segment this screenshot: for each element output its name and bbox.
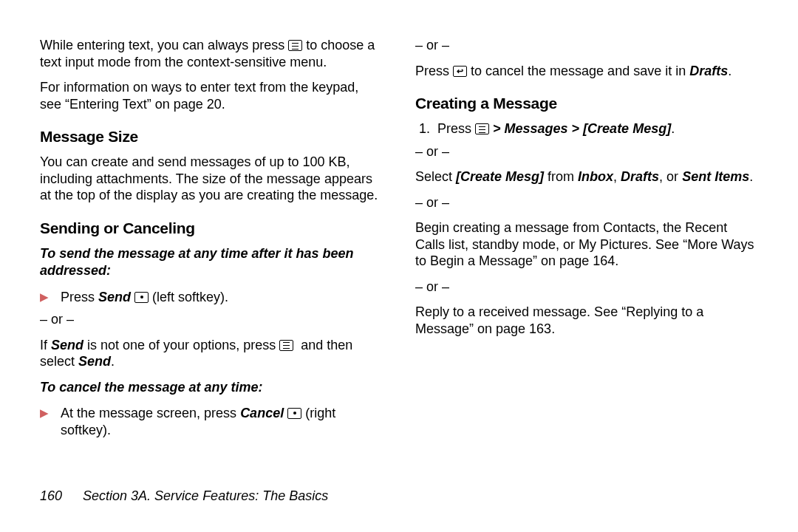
back-c: Drafts	[689, 64, 728, 78]
or-3: – or –	[415, 194, 758, 211]
menu-key-icon	[475, 123, 489, 134]
alt1e: ,	[613, 169, 621, 184]
alt-1: Select [Create Mesg] from Inbox, Drafts,…	[415, 168, 758, 185]
step1e: [Create Mesg]	[583, 121, 671, 136]
bullet-send-body: Press Send (left softkey).	[61, 289, 383, 306]
step-1: 1. Press > Messages > [Create Mesg].	[415, 120, 758, 137]
step-1-body: Press > Messages > [Create Mesg].	[437, 120, 758, 137]
send-a: Press	[61, 290, 98, 304]
step1a: Press	[437, 121, 475, 136]
section-label: Section 3A. Service Features: The Basics	[83, 488, 328, 503]
right-column: – or – Press to cancel the message and s…	[415, 37, 758, 444]
alt-2: Begin creating a message from Contacts, …	[415, 219, 758, 270]
back-a: Press	[415, 64, 453, 78]
softkey-dot-icon	[287, 408, 301, 419]
step1b: >	[489, 121, 505, 136]
heading-message-size: Message Size	[40, 127, 383, 146]
page: While entering text, you can always pres…	[0, 0, 798, 532]
send2c: is not one of your options, press	[83, 338, 279, 352]
send-alt: If Send is not one of your options, pres…	[40, 337, 383, 370]
intro-1: While entering text, you can always pres…	[40, 37, 383, 70]
step-number: 1.	[415, 120, 430, 137]
cancel-a: At the message screen, press	[61, 406, 240, 420]
or-1: – or –	[40, 311, 383, 328]
back-d: .	[728, 64, 732, 78]
heading-sending-canceling: Sending or Canceling	[40, 219, 383, 238]
alt1f: Drafts	[621, 169, 659, 184]
back-cancel: Press to cancel the message and save it …	[415, 63, 758, 80]
alt1h: Sent Items	[682, 169, 749, 184]
alt1d: Inbox	[578, 169, 613, 184]
or-4: – or –	[415, 279, 758, 296]
or-top: – or –	[415, 37, 758, 54]
left-column: While entering text, you can always pres…	[40, 37, 383, 444]
cancel-b: Cancel	[240, 406, 284, 420]
send2e: Send	[78, 354, 111, 369]
alt1c: from	[544, 169, 578, 184]
send-d: (left softkey).	[149, 290, 228, 304]
step1f: .	[671, 121, 675, 136]
bullet-marker-icon: ▶	[40, 405, 53, 421]
message-size-body: You can create and send messages of up t…	[40, 154, 383, 204]
bullet-cancel-body: At the message screen, press Cancel (rig…	[61, 405, 383, 438]
softkey-dot-icon	[134, 292, 149, 303]
heading-creating-message: Creating a Message	[415, 94, 758, 113]
step1c: Messages	[505, 121, 568, 136]
bullet-cancel: ▶ At the message screen, press Cancel (r…	[40, 405, 383, 438]
alt1a: Select	[415, 169, 456, 184]
intro-1a: While entering text, you can always pres…	[40, 38, 288, 52]
subhead-cancel: To cancel the message at any time:	[40, 379, 383, 396]
bullet-marker-icon: ▶	[40, 289, 53, 305]
send2b: Send	[51, 338, 83, 352]
alt1i: .	[749, 169, 753, 184]
page-footer: 160Section 3A. Service Features: The Bas…	[40, 488, 328, 504]
back-key-icon	[453, 66, 467, 77]
or-2: – or –	[415, 143, 758, 160]
back-b: to cancel the message and save it in	[467, 64, 689, 78]
alt1g: , or	[659, 169, 682, 184]
menu-key-icon	[279, 340, 293, 351]
send2a: If	[40, 338, 51, 352]
columns: While entering text, you can always pres…	[40, 37, 758, 444]
subhead-send: To send the message at any time after it…	[40, 245, 383, 280]
send-b: Send	[98, 290, 131, 304]
alt1b: [Create Mesg]	[456, 169, 544, 184]
send2f: .	[111, 354, 115, 369]
intro-2: For information on ways to enter text fr…	[40, 79, 383, 112]
alt-3: Reply to a received message. See “Replyi…	[415, 304, 758, 337]
bullet-send: ▶ Press Send (left softkey).	[40, 289, 383, 306]
page-number: 160	[40, 488, 62, 504]
step1d: >	[568, 121, 584, 136]
menu-key-icon	[288, 40, 302, 51]
